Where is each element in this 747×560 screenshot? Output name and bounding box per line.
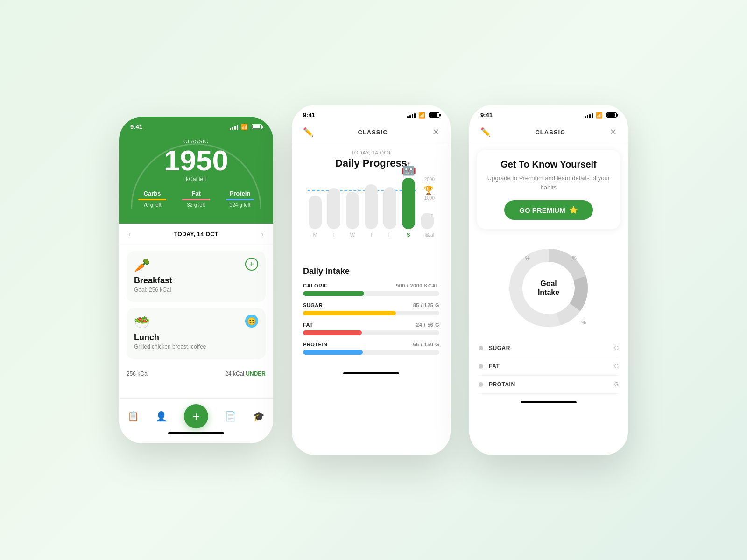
go-premium-label: GO PREMIUM — [519, 206, 565, 214]
intake-fat: FAT 24 / 56 G — [303, 322, 439, 335]
breakfast-title: Breakfast — [134, 276, 172, 286]
nutrient-fat: FAT G — [479, 357, 619, 376]
add-breakfast-button[interactable]: + — [245, 258, 258, 271]
bar-wednesday: W — [345, 192, 360, 238]
smiley-button[interactable]: 😊 — [245, 315, 258, 328]
time-1: 9:41 — [130, 123, 142, 130]
sugar-dot — [479, 346, 483, 350]
status-bar-3: 9:41 📶 — [469, 105, 628, 122]
donut-section: GoalIntake % % % — [469, 237, 628, 339]
protein-label: PROTEIN — [303, 342, 327, 347]
status-icons-1: 📶 — [230, 124, 262, 130]
percent-label-3: % — [581, 320, 586, 325]
battery-icon-2 — [429, 112, 439, 118]
prev-arrow[interactable]: ‹ — [128, 230, 131, 238]
lunch-header: 🥗 Lunch Grilled chicken breast, coffee 😊 — [134, 315, 258, 350]
time-2: 9:41 — [303, 112, 315, 119]
bars-area: M T W T F — [308, 177, 435, 238]
protein-bar-fill — [303, 350, 363, 355]
target-line — [308, 190, 416, 191]
edit-icon-3[interactable]: ✏️ — [480, 127, 491, 137]
meal-footer: 256 kCal 24 kCal UNDER — [119, 365, 273, 377]
close-icon-2[interactable]: ✕ — [432, 127, 439, 137]
premium-title: Get To Know Yourself — [486, 159, 611, 170]
sugar-unit: G — [614, 345, 619, 351]
battery-icon-3 — [606, 112, 617, 118]
breakfast-goal: Goal: 256 kCal — [134, 287, 172, 293]
y-label-2000: 2000 — [424, 177, 435, 182]
phone-2: 9:41 📶 ✏️ CLASSIC ✕ TODAY, 14 OCT Daily … — [292, 105, 451, 455]
status-bar-1: 9:41 📶 — [119, 117, 273, 134]
calorie-bar-fill — [303, 291, 364, 296]
protein-amount: 124 g left — [226, 202, 254, 208]
intake-sugar-header: SUGAR 85 / 125 G — [303, 302, 439, 308]
nav-diary[interactable]: 📋 — [127, 411, 139, 422]
home-indicator-2 — [343, 372, 399, 374]
nav-items: 📋 👤 + 📄 🎓 — [119, 404, 273, 428]
edit-icon-2[interactable]: ✏️ — [303, 127, 313, 137]
label-w: W — [350, 232, 355, 238]
intake-protein: PROTEIN 66 / 150 G — [303, 342, 439, 355]
lunch-calories: 256 kCal — [127, 371, 148, 377]
carbs-amount: 70 g left — [138, 202, 166, 208]
bar-f — [383, 187, 396, 229]
diary-icon: 📋 — [127, 411, 139, 422]
fat-bar-fill — [303, 330, 362, 335]
sugar-bar-bg — [303, 311, 439, 315]
protein-unit: G — [614, 381, 619, 388]
lunch-emoji: 🥗 — [134, 315, 206, 330]
classic-label-1: CLASSIC — [130, 139, 262, 144]
label-t2: T — [370, 232, 373, 238]
percent-label-1: % — [525, 255, 530, 261]
nutrient-sugar: SUGAR G — [479, 339, 619, 357]
status-icons-3: 📶 — [585, 112, 617, 119]
signal-icon-1 — [230, 124, 238, 130]
intake-section: Daily Intake CALORIE 900 / 2000 KCAL SUG… — [292, 259, 451, 369]
fab-add-button[interactable]: + — [184, 404, 208, 428]
protein-bar-bg — [303, 350, 439, 355]
bar-w — [346, 192, 359, 229]
protein-dot — [479, 382, 483, 387]
star-icon: ⭐ — [569, 206, 578, 214]
fat-label: FAT — [303, 322, 313, 328]
bar-saturday: 🤖 S — [401, 178, 416, 238]
next-arrow[interactable]: › — [261, 230, 264, 238]
signal-icon-3 — [585, 112, 593, 118]
daily-intake-title: Daily Intake — [303, 266, 439, 276]
nav-recipes[interactable]: 📄 — [225, 411, 237, 422]
label-m: M — [313, 232, 317, 238]
home-indicator-1 — [168, 432, 224, 434]
wifi-icon-2: 📶 — [418, 112, 425, 119]
profile-icon: 👤 — [155, 411, 167, 422]
intake-sugar: SUGAR 85 / 125 G — [303, 302, 439, 315]
date-label: TODAY, 14 OCT — [174, 231, 218, 238]
premium-card: Get To Know Yourself Upgrade to Premium … — [477, 150, 620, 229]
bar-t2 — [365, 184, 378, 229]
bar-s1: 🤖 — [402, 178, 415, 229]
learn-icon: 🎓 — [253, 411, 265, 422]
fat-bar-bg — [303, 330, 439, 335]
lunch-desc: Grilled chicken breast, coffee — [134, 343, 206, 350]
go-premium-button[interactable]: GO PREMIUM ⭐ — [504, 200, 592, 220]
phone2-title: CLASSIC — [358, 129, 388, 136]
bar-tuesday: T — [326, 188, 341, 238]
phone3-title: CLASSIC — [535, 129, 565, 136]
premium-desc: Upgrade to Premium and learn details of … — [486, 174, 611, 192]
label-t1: T — [332, 232, 336, 238]
bar-thursday: T — [364, 184, 379, 238]
lunch-card: 🥗 Lunch Grilled chicken breast, coffee 😊 — [127, 308, 266, 359]
close-icon-3[interactable]: ✕ — [610, 127, 617, 137]
breakfast-emoji: 🥕 — [134, 258, 172, 273]
y-label-kcal: kCal — [424, 232, 435, 238]
phone-3: 9:41 📶 ✏️ CLASSIC ✕ Get To Know Yourself… — [469, 105, 628, 455]
breakfast-header: 🥕 Breakfast Goal: 256 kCal + — [134, 258, 258, 293]
donut-chart: GoalIntake % % % — [502, 241, 595, 335]
nav-profile[interactable]: 👤 — [155, 411, 167, 422]
nav-learn[interactable]: 🎓 — [253, 411, 265, 422]
calorie-label: CALORIE — [303, 283, 328, 288]
breakfast-info: 🥕 Breakfast Goal: 256 kCal — [134, 258, 172, 293]
lunch-title: Lunch — [134, 333, 206, 343]
donut-center-label: GoalIntake — [538, 279, 559, 297]
intake-fat-header: FAT 24 / 56 G — [303, 322, 439, 328]
phone1-header: CLASSIC 1950 kCal left Carbs 70 g left F… — [119, 134, 273, 224]
